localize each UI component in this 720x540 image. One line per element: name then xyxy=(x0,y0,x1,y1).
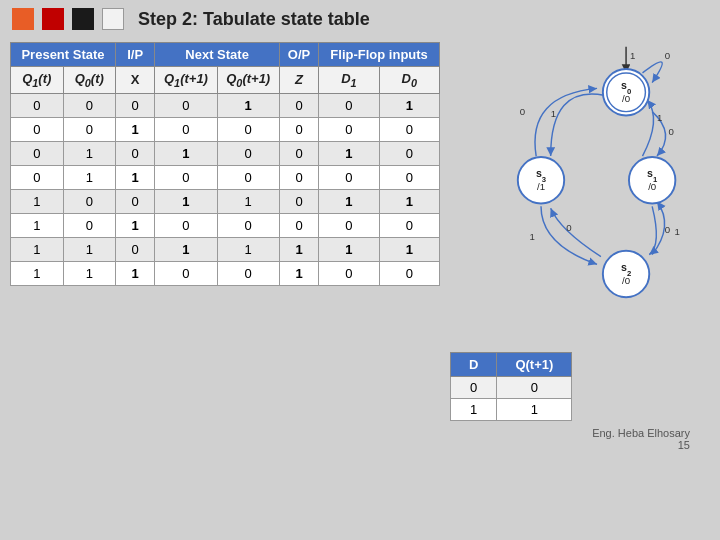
table-cell: 0 xyxy=(279,189,318,213)
table-cell: 1 xyxy=(11,189,64,213)
table-cell: 0 xyxy=(279,165,318,189)
table-cell: 1 xyxy=(279,261,318,285)
subheader-d1: D1 xyxy=(319,67,379,94)
svg-text:1: 1 xyxy=(657,112,662,123)
table-row: 11011111 xyxy=(11,237,440,261)
table-cell: 1 xyxy=(319,237,379,261)
subheader-q0t1: Q0(t+1) xyxy=(217,67,279,94)
table-cell: 0 xyxy=(155,93,217,117)
table-cell: 0 xyxy=(11,141,64,165)
table-cell: 1 xyxy=(217,237,279,261)
d-table-col2: Q(t+1) xyxy=(497,353,572,377)
table-cell: 0 xyxy=(63,93,116,117)
table-cell: 1 xyxy=(379,93,439,117)
table-cell: 0 xyxy=(217,261,279,285)
svg-text:/0: /0 xyxy=(622,93,630,104)
svg-text:1: 1 xyxy=(529,231,534,242)
svg-text:/0: /0 xyxy=(648,181,656,192)
svg-text:0: 0 xyxy=(665,50,670,61)
subheader-q0t: Q0(t) xyxy=(63,67,116,94)
svg-text:0: 0 xyxy=(665,224,670,235)
table-cell: 0 xyxy=(379,165,439,189)
table-cell: 0 xyxy=(319,93,379,117)
table-cell: 1 xyxy=(116,261,155,285)
table-cell: 0 xyxy=(319,117,379,141)
table-cell: 1 xyxy=(155,189,217,213)
color-box-orange xyxy=(12,8,34,30)
table-row: 00001001 xyxy=(11,93,440,117)
table-cell: 0 xyxy=(11,93,64,117)
table-cell: 0 xyxy=(116,93,155,117)
table-row: 00100000 xyxy=(11,117,440,141)
table-cell: 1 xyxy=(279,237,318,261)
d-table: D Q(t+1) 0011 xyxy=(450,352,572,421)
title-bar: Step 2: Tabulate state table xyxy=(0,0,720,38)
table-row: 01100000 xyxy=(11,165,440,189)
table-cell: 0 xyxy=(497,377,572,399)
state-diagram-svg: 1 0 0 1 1 0 1 xyxy=(450,42,690,332)
svg-text:0: 0 xyxy=(669,126,674,137)
table-cell: 1 xyxy=(497,399,572,421)
table-cell: 0 xyxy=(155,213,217,237)
table-cell: 0 xyxy=(11,117,64,141)
subheader-z: Z xyxy=(279,67,318,94)
svg-text:0: 0 xyxy=(566,222,571,233)
table-cell: 0 xyxy=(279,141,318,165)
table-cell: 0 xyxy=(217,165,279,189)
table-cell: 1 xyxy=(116,117,155,141)
svg-text:/0: /0 xyxy=(622,275,630,286)
table-row: 10100000 xyxy=(11,213,440,237)
table-cell: 0 xyxy=(279,117,318,141)
table-cell: 1 xyxy=(11,261,64,285)
color-box-white xyxy=(102,8,124,30)
table-row: 10011011 xyxy=(11,189,440,213)
svg-text:1: 1 xyxy=(630,50,635,61)
state-table: Present State I/P Next State O/P Flip-Fl… xyxy=(10,42,440,286)
table-cell: 1 xyxy=(63,261,116,285)
svg-text:0: 0 xyxy=(520,106,525,117)
table-cell: 0 xyxy=(155,165,217,189)
svg-text:1: 1 xyxy=(551,108,556,119)
svg-text:1: 1 xyxy=(674,226,679,237)
table-cell: 0 xyxy=(63,189,116,213)
table-cell: 0 xyxy=(217,117,279,141)
d-table-col1: D xyxy=(451,353,497,377)
table-cell: 1 xyxy=(155,141,217,165)
table-cell: 0 xyxy=(319,261,379,285)
table-cell: 1 xyxy=(63,165,116,189)
table-cell: 0 xyxy=(63,213,116,237)
header-flip-flop: Flip-Flop inputs xyxy=(319,43,440,67)
table-cell: 1 xyxy=(63,141,116,165)
table-row: 11100100 xyxy=(11,261,440,285)
table-cell: 1 xyxy=(319,141,379,165)
svg-text:/1: /1 xyxy=(537,181,545,192)
diagram-area: 1 0 0 1 1 0 1 xyxy=(450,42,690,342)
header-next-state: Next State xyxy=(155,43,280,67)
table-cell: 1 xyxy=(319,189,379,213)
d-table-section: D Q(t+1) 0011 xyxy=(450,352,572,421)
table-cell: 1 xyxy=(11,237,64,261)
table-row: 01010010 xyxy=(11,141,440,165)
author-name: Eng. Heba Elhosary xyxy=(592,427,690,439)
table-cell: 0 xyxy=(279,213,318,237)
table-cell: 0 xyxy=(319,213,379,237)
table-cell: 1 xyxy=(379,189,439,213)
table-cell: 0 xyxy=(155,261,217,285)
list-item: 11 xyxy=(451,399,572,421)
table-cell: 1 xyxy=(63,237,116,261)
subheader-q1t1: Q1(t+1) xyxy=(155,67,217,94)
table-cell: 1 xyxy=(379,237,439,261)
table-section: Present State I/P Next State O/P Flip-Fl… xyxy=(10,42,440,451)
table-cell: 1 xyxy=(155,237,217,261)
color-box-black xyxy=(72,8,94,30)
table-cell: 1 xyxy=(217,189,279,213)
table-cell: 1 xyxy=(116,213,155,237)
page-title: Step 2: Tabulate state table xyxy=(138,9,370,30)
table-cell: 0 xyxy=(451,377,497,399)
table-cell: 0 xyxy=(379,261,439,285)
table-cell: 0 xyxy=(379,141,439,165)
table-cell: 0 xyxy=(116,141,155,165)
page-number: 15 xyxy=(678,439,690,451)
table-cell: 0 xyxy=(379,213,439,237)
color-box-red xyxy=(42,8,64,30)
